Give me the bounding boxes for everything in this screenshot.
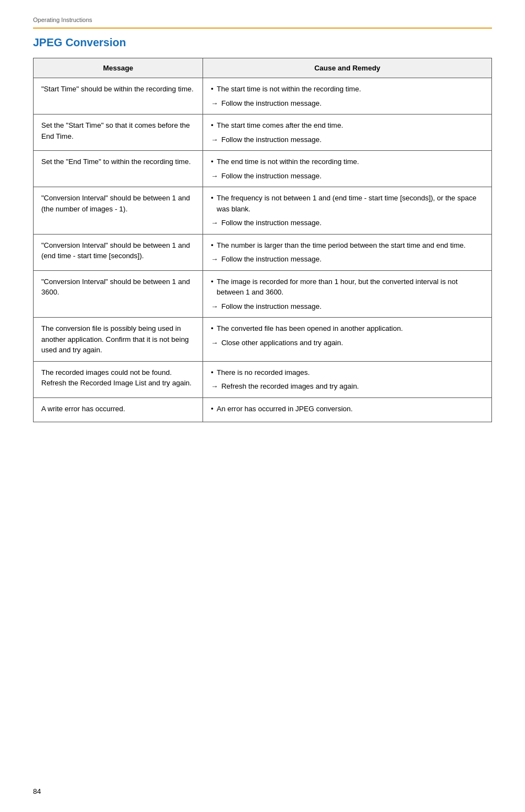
bullet-icon: • (211, 323, 214, 334)
bullet-item: •The end time is not within the recordin… (211, 156, 484, 167)
bullet-text: The image is recorded for more than 1 ho… (217, 276, 484, 298)
bullet-item: •The number is larger than the time peri… (211, 240, 484, 251)
arrow-icon: → (211, 171, 218, 182)
table-row-message-0: "Start Time" should be within the record… (34, 78, 203, 115)
arrow-item: → Follow the instruction message. (211, 301, 484, 312)
top-divider (33, 28, 492, 29)
arrow-item: → Refresh the recorded images and try ag… (211, 381, 484, 392)
table-row-message-3: "Conversion Interval" should be between … (34, 187, 203, 235)
bullet-icon: • (211, 193, 214, 204)
bullet-item: •An error has occurred in JPEG conversio… (211, 404, 484, 415)
page-number: 84 (33, 787, 41, 795)
bullet-text: The converted file has been opened in an… (217, 323, 403, 334)
bullet-text: The frequency is not between 1 and (end … (217, 193, 484, 214)
bullet-item: •The start time is not within the record… (211, 84, 484, 95)
table-row-cause-3: •The frequency is not between 1 and (end… (203, 187, 492, 235)
bullet-item: •The converted file has been opened in a… (211, 323, 484, 334)
arrow-icon: → (211, 337, 218, 348)
arrow-text: Follow the instruction message. (221, 171, 321, 182)
bullet-text: The number is larger than the time perio… (217, 240, 466, 251)
bullet-text: There is no recorded images. (217, 367, 310, 378)
arrow-icon: → (211, 381, 218, 392)
table-row-cause-1: •The start time comes after the end time… (203, 115, 492, 151)
table-row-message-8: A write error has occurred. (34, 397, 203, 422)
bullet-item: •The start time comes after the end time… (211, 120, 484, 131)
bullet-icon: • (211, 240, 214, 251)
bullet-item: •The frequency is not between 1 and (end… (211, 193, 484, 214)
arrow-icon: → (211, 254, 218, 265)
bullet-icon: • (211, 367, 214, 378)
bullet-icon: • (211, 84, 214, 95)
arrow-text: Follow the instruction message. (221, 98, 321, 109)
col-header-message: Message (34, 58, 203, 78)
table-row-cause-5: •The image is recorded for more than 1 h… (203, 270, 492, 318)
table-row-cause-4: •The number is larger than the time peri… (203, 234, 492, 270)
table-row-cause-0: •The start time is not within the record… (203, 78, 492, 115)
arrow-item: → Follow the instruction message. (211, 98, 484, 109)
bullet-icon: • (211, 276, 214, 287)
bullet-text: The end time is not within the recording… (217, 156, 359, 167)
bullet-item: •The image is recorded for more than 1 h… (211, 276, 484, 298)
page-title: JPEG Conversion (33, 36, 492, 49)
arrow-item: → Follow the instruction message. (211, 254, 484, 265)
bullet-text: The start time comes after the end time. (217, 120, 343, 131)
arrow-text: Follow the instruction message. (221, 134, 321, 145)
arrow-item: → Follow the instruction message. (211, 134, 484, 145)
table-row-cause-6: •The converted file has been opened in a… (203, 318, 492, 362)
table-row-message-7: The recorded images could not be found. … (34, 361, 203, 397)
table-row-message-1: Set the "Start Time" so that it comes be… (34, 115, 203, 151)
arrow-text: Follow the instruction message. (221, 254, 321, 265)
arrow-icon: → (211, 217, 218, 228)
arrow-item: → Follow the instruction message. (211, 171, 484, 182)
arrow-icon: → (211, 301, 218, 312)
table-row-message-5: "Conversion Interval" should be between … (34, 270, 203, 318)
arrow-item: → Close other applications and try again… (211, 337, 484, 348)
bullet-item: •There is no recorded images. (211, 367, 484, 378)
table-row-cause-8: •An error has occurred in JPEG conversio… (203, 397, 492, 422)
arrow-icon: → (211, 134, 218, 145)
bullet-text: An error has occurred in JPEG conversion… (217, 404, 353, 415)
bullet-text: The start time is not within the recordi… (217, 84, 361, 95)
arrow-text: Refresh the recorded images and try agai… (221, 381, 359, 392)
arrow-text: Follow the instruction message. (221, 301, 321, 312)
arrow-item: → Follow the instruction message. (211, 217, 484, 228)
bullet-icon: • (211, 120, 214, 131)
table-row-message-4: "Conversion Interval" should be between … (34, 234, 203, 270)
table-row-message-2: Set the "End Time" to within the recordi… (34, 151, 203, 187)
arrow-text: Close other applications and try again. (221, 337, 343, 348)
table-row-cause-2: •The end time is not within the recordin… (203, 151, 492, 187)
col-header-cause: Cause and Remedy (203, 58, 492, 78)
table-row-message-6: The conversion file is possibly being us… (34, 318, 203, 362)
breadcrumb: Operating Instructions (33, 17, 492, 23)
arrow-icon: → (211, 98, 218, 109)
arrow-text: Follow the instruction message. (221, 217, 321, 228)
main-table: Message Cause and Remedy "Start Time" sh… (33, 58, 492, 422)
bullet-icon: • (211, 404, 214, 415)
bullet-icon: • (211, 156, 214, 167)
table-row-cause-7: •There is no recorded images.→ Refresh t… (203, 361, 492, 397)
